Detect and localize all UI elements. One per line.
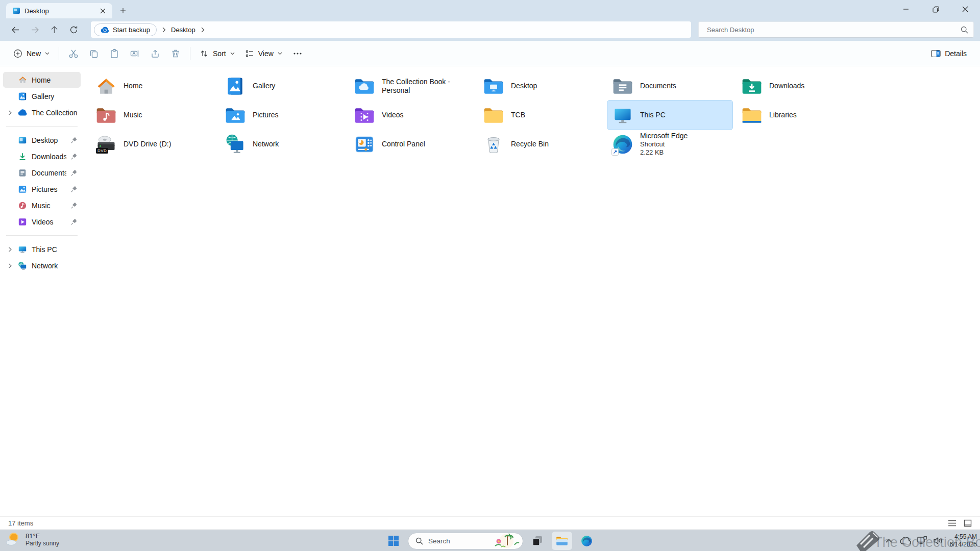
onedrive-tray-icon[interactable]: [899, 533, 912, 548]
tile-downloads[interactable]: Downloads: [737, 71, 862, 101]
tile-recycle-bin[interactable]: Recycle Bin: [478, 130, 603, 159]
search-icon[interactable]: [961, 26, 968, 34]
file-label: Music: [124, 111, 142, 119]
file-label: Recycle Bin: [511, 140, 549, 148]
dvd-drive-icon: DVD: [95, 133, 117, 156]
sidebar-item-network[interactable]: Network: [3, 258, 81, 273]
sort-button[interactable]: Sort: [194, 46, 240, 61]
search-input[interactable]: [707, 26, 961, 34]
edge-label: Microsoft Edge: [640, 132, 688, 140]
tile-tcb[interactable]: TCB: [478, 101, 603, 130]
chevron-right-icon[interactable]: [6, 247, 13, 252]
tile-gallery[interactable]: Gallery: [220, 71, 345, 101]
details-label: Details: [945, 49, 967, 58]
paste-button[interactable]: [104, 44, 125, 63]
tile-documents[interactable]: Documents: [607, 71, 732, 101]
search-box[interactable]: [698, 21, 974, 38]
file-label: Pictures: [253, 111, 279, 119]
hidden-icons-chevron-icon[interactable]: [883, 533, 896, 548]
chevron-right-icon[interactable]: [6, 110, 13, 115]
file-label: Control Panel: [382, 140, 425, 148]
sidebar-item-downloads[interactable]: Downloads: [3, 148, 81, 164]
volume-icon[interactable]: [932, 533, 945, 548]
file-label: Microsoft Edge Shortcut 2.22 KB: [640, 132, 688, 157]
breadcrumb-chevron-icon[interactable]: [201, 27, 205, 33]
chevron-right-icon[interactable]: [6, 263, 13, 268]
forward-button[interactable]: [26, 21, 44, 38]
tile-control-panel[interactable]: Control Panel: [349, 130, 474, 159]
explorer-tab[interactable]: Desktop: [6, 3, 112, 18]
start-backup-button[interactable]: Start backup: [94, 23, 157, 36]
sidebar-item-onedrive[interactable]: The Collection Boo: [3, 105, 81, 120]
up-button[interactable]: [45, 21, 63, 38]
tile-home[interactable]: Home: [91, 71, 216, 101]
sidebar-item-this-pc[interactable]: This PC: [3, 241, 81, 257]
taskbar-clock[interactable]: 4:55 AM 6/14/2025: [950, 533, 977, 548]
sidebar-item-label: The Collection Boo: [32, 109, 78, 117]
file-label: Libraries: [769, 111, 797, 119]
file-label: Videos: [382, 111, 404, 119]
share-button[interactable]: [145, 44, 165, 63]
delete-button[interactable]: [165, 44, 186, 63]
recycle-bin-icon: [482, 133, 505, 156]
tile-dvd-drive[interactable]: DVD DVD Drive (D:): [91, 130, 216, 159]
breadcrumb-chevron-icon[interactable]: [162, 27, 166, 33]
minimize-button[interactable]: [891, 0, 921, 18]
sidebar-item-documents[interactable]: Documents: [3, 165, 81, 181]
tab-close-icon[interactable]: [97, 5, 108, 16]
sidebar-item-gallery[interactable]: Gallery: [3, 88, 81, 104]
gallery-icon: [224, 75, 247, 97]
pin-icon: [70, 137, 78, 144]
breadcrumb-item-desktop[interactable]: Desktop: [171, 26, 195, 34]
sort-label: Sort: [213, 49, 226, 58]
cut-button[interactable]: [63, 44, 84, 63]
restore-button[interactable]: [921, 0, 950, 18]
taskbar-search-label: Search: [428, 537, 487, 545]
rename-button[interactable]: [125, 44, 145, 63]
taskbar-search[interactable]: Search: [408, 533, 523, 549]
hardware-tray-icon[interactable]: [915, 533, 928, 548]
close-button[interactable]: [950, 0, 980, 18]
new-tab-button[interactable]: [117, 5, 129, 16]
new-button[interactable]: New: [8, 46, 55, 61]
file-label: TCB: [511, 111, 525, 119]
file-label: DVD Drive (D:): [124, 140, 171, 148]
weather-widget[interactable]: 81°F Partly sunny: [5, 532, 59, 547]
tile-collection-book[interactable]: The Collection Book - Personal: [349, 71, 474, 101]
sidebar-item-videos[interactable]: Videos: [3, 214, 81, 230]
view-icon: [245, 49, 254, 58]
file-list: Home Gallery The Collection Book - Perso…: [84, 66, 980, 516]
explorer-body: Home Gallery The Collection Boo Desktop: [0, 66, 980, 516]
tile-network[interactable]: Network: [220, 130, 345, 159]
tile-music[interactable]: Music: [91, 101, 216, 130]
copy-button[interactable]: [84, 44, 104, 63]
new-plus-icon: [13, 49, 22, 58]
taskbar-edge-button[interactable]: [576, 532, 597, 550]
tile-desktop[interactable]: Desktop: [478, 71, 603, 101]
taskbar-file-explorer-button[interactable]: [552, 532, 572, 550]
tile-this-pc[interactable]: This PC: [607, 101, 732, 130]
more-options-button[interactable]: [287, 44, 308, 63]
sidebar-item-music[interactable]: Music: [3, 197, 81, 213]
file-label: Home: [124, 82, 142, 90]
sidebar-item-label: Downloads: [32, 153, 66, 161]
details-pane-button[interactable]: Details: [926, 46, 972, 61]
tile-pictures[interactable]: Pictures: [220, 101, 345, 130]
refresh-button[interactable]: [64, 21, 83, 38]
sidebar-item-pictures[interactable]: Pictures: [3, 181, 81, 197]
list-view-toggle-icon[interactable]: [948, 519, 957, 527]
tile-microsoft-edge[interactable]: ↗ Microsoft Edge Shortcut 2.22 KB: [607, 130, 732, 159]
view-button[interactable]: View: [240, 46, 287, 61]
thumbnail-view-toggle-icon[interactable]: [964, 519, 972, 527]
breadcrumb: Start backup Desktop: [91, 21, 691, 38]
file-label: Documents: [640, 82, 676, 90]
sidebar-item-home[interactable]: Home: [3, 72, 81, 88]
tile-libraries[interactable]: Libraries: [737, 101, 862, 130]
tile-videos[interactable]: Videos: [349, 101, 474, 130]
start-button[interactable]: [383, 532, 404, 550]
task-view-button[interactable]: [527, 532, 548, 550]
clock-date: 6/14/2025: [950, 541, 977, 548]
back-button[interactable]: [6, 21, 24, 38]
sidebar-item-desktop[interactable]: Desktop: [3, 132, 81, 148]
weather-temp: 81°F: [26, 532, 59, 540]
